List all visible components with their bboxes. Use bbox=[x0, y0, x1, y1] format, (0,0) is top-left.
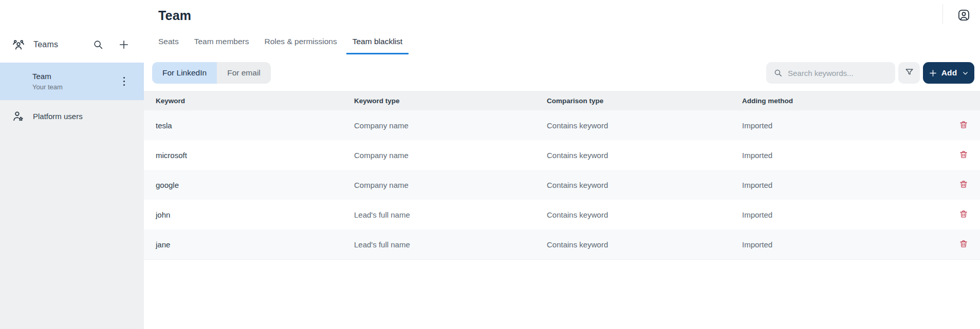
team-item-subtitle: Your team bbox=[32, 83, 119, 91]
cell-adding-method: Imported bbox=[742, 181, 947, 189]
sidebar-item-platform-users[interactable]: Platform users bbox=[0, 100, 144, 132]
table-row: jane Lead's full name Contains keyword I… bbox=[144, 229, 980, 259]
search-keywords-input[interactable] bbox=[788, 69, 888, 78]
add-button[interactable]: Add bbox=[923, 62, 974, 84]
cell-keyword: john bbox=[156, 210, 354, 219]
tab-roles-permissions[interactable]: Roles & permissions bbox=[258, 36, 343, 54]
column-header-keyword: Keyword bbox=[156, 97, 354, 105]
search-keywords-box bbox=[766, 62, 895, 84]
page-title: Team bbox=[158, 8, 980, 23]
controls-row: For LinkedIn For email bbox=[144, 62, 980, 84]
table-bottom-border bbox=[144, 259, 980, 260]
platform-users-label: Platform users bbox=[33, 112, 83, 121]
search-icon bbox=[773, 68, 783, 78]
sidebar-header: Teams bbox=[0, 0, 144, 63]
teams-group-icon bbox=[12, 38, 25, 51]
sidebar: Teams Team Your team bbox=[0, 0, 144, 329]
column-header-adding-method: Adding method bbox=[742, 97, 947, 105]
table-row: john Lead's full name Contains keyword I… bbox=[144, 200, 980, 229]
delete-row-button[interactable] bbox=[957, 238, 970, 251]
team-item-name: Team bbox=[32, 72, 119, 81]
sidebar-item-team[interactable]: Team Your team bbox=[0, 63, 144, 100]
tab-seats[interactable]: Seats bbox=[152, 36, 185, 54]
add-button-label: Add bbox=[941, 68, 957, 78]
cell-adding-method: Imported bbox=[742, 121, 947, 130]
filter-funnel-icon bbox=[904, 67, 914, 79]
table-header-row: Keyword Keyword type Comparison type Add… bbox=[144, 91, 980, 110]
chevron-down-icon bbox=[962, 70, 969, 76]
delete-row-button[interactable] bbox=[957, 148, 970, 162]
table-row: microsoft Company name Contains keyword … bbox=[144, 140, 980, 170]
table-row: tesla Company name Contains keyword Impo… bbox=[144, 110, 980, 140]
trash-icon bbox=[959, 150, 968, 161]
add-team-icon[interactable] bbox=[118, 39, 130, 50]
cell-keyword-type: Lead's full name bbox=[354, 240, 547, 249]
team-item-texts: Team Your team bbox=[32, 72, 119, 91]
sidebar-title: Teams bbox=[33, 40, 84, 49]
cell-adding-method: Imported bbox=[742, 210, 947, 219]
cell-keyword-type: Company name bbox=[354, 181, 547, 189]
filter-chip-email[interactable]: For email bbox=[217, 62, 271, 84]
cell-keyword-type: Company name bbox=[354, 121, 547, 130]
cell-keyword: tesla bbox=[156, 121, 354, 130]
filter-chip-linkedin[interactable]: For LinkedIn bbox=[152, 62, 217, 84]
cell-keyword-type: Lead's full name bbox=[354, 210, 547, 219]
filter-button[interactable] bbox=[898, 62, 920, 84]
cell-comparison-type: Contains keyword bbox=[547, 121, 742, 130]
cell-keyword-type: Company name bbox=[354, 151, 547, 160]
delete-row-button[interactable] bbox=[957, 178, 970, 191]
kebab-menu-icon[interactable] bbox=[119, 75, 128, 88]
cell-comparison-type: Contains keyword bbox=[547, 181, 742, 189]
trash-icon bbox=[959, 180, 968, 190]
cell-adding-method: Imported bbox=[742, 151, 947, 160]
cell-keyword: jane bbox=[156, 240, 354, 249]
table-row: google Company name Contains keyword Imp… bbox=[144, 170, 980, 200]
cell-keyword: google bbox=[156, 181, 354, 189]
topbar: Team bbox=[144, 0, 980, 30]
tabs: Seats Team members Roles & permissions T… bbox=[144, 30, 980, 54]
cell-comparison-type: Contains keyword bbox=[547, 240, 742, 249]
cell-keyword: microsoft bbox=[156, 151, 354, 160]
platform-users-icon bbox=[12, 110, 25, 123]
search-icon[interactable] bbox=[93, 39, 104, 50]
topbar-divider bbox=[942, 4, 943, 24]
user-avatar-icon[interactable] bbox=[957, 8, 971, 22]
filter-segmented-control: For LinkedIn For email bbox=[152, 62, 271, 84]
trash-icon bbox=[959, 209, 968, 220]
main-content: Team Seats Team members Roles & permissi… bbox=[144, 0, 980, 329]
sidebar-lower-panel: Platform users bbox=[0, 100, 144, 329]
delete-row-button[interactable] bbox=[957, 208, 970, 221]
tab-team-members[interactable]: Team members bbox=[188, 36, 255, 54]
blacklist-table: Keyword Keyword type Comparison type Add… bbox=[144, 91, 980, 260]
plus-icon bbox=[929, 69, 937, 78]
cell-adding-method: Imported bbox=[742, 240, 947, 249]
trash-icon bbox=[959, 120, 968, 131]
delete-row-button[interactable] bbox=[957, 119, 970, 132]
cell-comparison-type: Contains keyword bbox=[547, 151, 742, 160]
cell-comparison-type: Contains keyword bbox=[547, 210, 742, 219]
table-body: tesla Company name Contains keyword Impo… bbox=[144, 110, 980, 259]
trash-icon bbox=[959, 239, 968, 250]
tab-team-blacklist[interactable]: Team blacklist bbox=[346, 36, 409, 54]
column-header-comparison-type: Comparison type bbox=[547, 97, 742, 105]
column-header-keyword-type: Keyword type bbox=[354, 97, 547, 105]
